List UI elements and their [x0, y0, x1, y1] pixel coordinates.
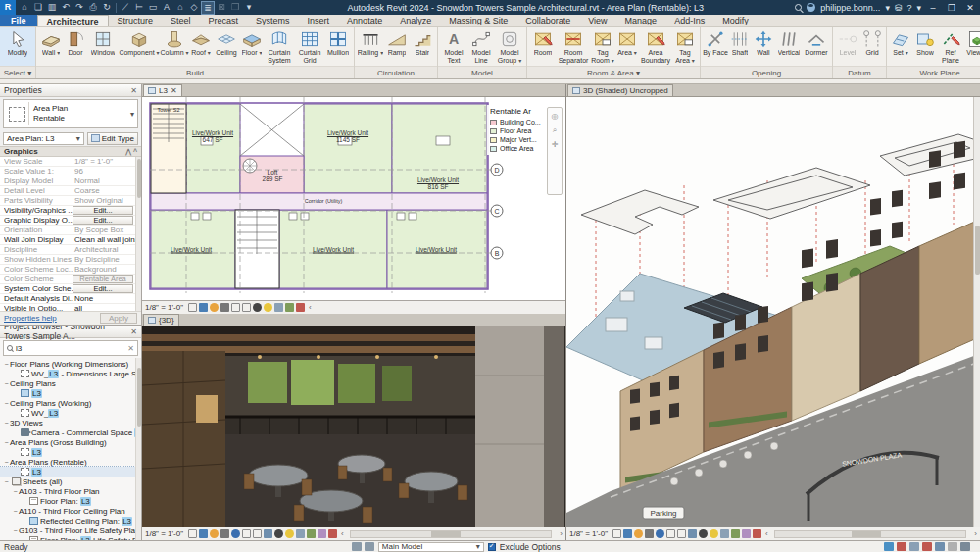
- ribbon-tab-add-ins[interactable]: Add-Ins: [665, 15, 713, 26]
- thin-lines-icon[interactable]: ≣: [201, 1, 215, 15]
- type-selector[interactable]: Area PlanRentable ▾: [3, 99, 138, 128]
- railing-button[interactable]: Railing ▾: [357, 28, 384, 66]
- properties-help-link[interactable]: Properties help: [4, 314, 57, 323]
- sun-path-icon[interactable]: [634, 529, 643, 538]
- tree-item-wv-l3-dimensions-large-scale[interactable]: WV_L3 - Dimensions Large Scale: [0, 369, 141, 378]
- graphics-section-label[interactable]: Graphics: [4, 147, 38, 156]
- properties-close-icon[interactable]: ✕: [130, 86, 137, 95]
- tree-item-3d-views[interactable]: −3D Views: [0, 418, 141, 427]
- ribbon-tab-steel[interactable]: Steel: [162, 15, 200, 26]
- render-dialog-icon[interactable]: [231, 529, 240, 538]
- expander-icon[interactable]: −: [12, 527, 19, 534]
- worksharing-display-icon[interactable]: [731, 529, 740, 538]
- interior-horizontal-scrollbar[interactable]: [350, 530, 553, 538]
- door-button[interactable]: Door: [64, 28, 87, 66]
- tree-item-l3[interactable]: L3: [0, 388, 141, 398]
- component-button[interactable]: Component ▾: [119, 28, 160, 66]
- interior-canvas[interactable]: [142, 326, 565, 527]
- room-tag[interactable]: Loft289 SF: [263, 169, 283, 182]
- select-pinned-elements-toggle[interactable]: [909, 542, 919, 551]
- visibility-graphics-edit-button[interactable]: Edit...: [73, 206, 133, 215]
- design-options-button[interactable]: [365, 542, 374, 551]
- ribbon-tab-collaborate[interactable]: Collaborate: [516, 15, 579, 26]
- shadows-icon[interactable]: [220, 529, 229, 538]
- reveal-hidden-elements-icon[interactable]: [285, 529, 294, 538]
- default-analysis-di-value[interactable]: None: [73, 294, 141, 303]
- level-button[interactable]: Level: [835, 28, 860, 66]
- scale-button[interactable]: 1/8" = 1'-0": [569, 529, 608, 538]
- ribbon-tab-modify[interactable]: Modify: [713, 15, 758, 26]
- visible-in-optio-value[interactable]: all: [73, 304, 141, 311]
- user-avatar[interactable]: [807, 3, 815, 12]
- model-group-button[interactable]: Model Group ▾: [495, 28, 524, 66]
- ribbon-tab-architecture[interactable]: Architecture: [37, 15, 109, 26]
- store-cart-icon[interactable]: ⛁: [895, 3, 903, 13]
- undo-icon[interactable]: ↶: [59, 0, 73, 15]
- expander-icon[interactable]: −: [3, 439, 10, 446]
- user-menu-caret[interactable]: ▾: [885, 3, 890, 13]
- stair-button[interactable]: Stair: [410, 28, 435, 66]
- scroll-right-icon[interactable]: ›: [974, 529, 977, 538]
- tag-area-button[interactable]: Tag Area ▾: [672, 28, 698, 66]
- visual-style-icon[interactable]: [199, 303, 208, 312]
- tree-item-area-plans-gross-building[interactable]: −Area Plans (Gross Building): [0, 437, 141, 447]
- floor-button[interactable]: Floor ▾: [240, 28, 264, 66]
- vertical-button[interactable]: Vertical: [775, 28, 803, 66]
- tag-icon[interactable]: ▭: [146, 0, 160, 15]
- tree-item-area-plans-rentable[interactable]: −Area Plans (Rentable): [0, 457, 141, 467]
- area-boundary-button[interactable]: Area Boundary: [639, 28, 672, 66]
- worksharing-display-icon[interactable]: [285, 303, 294, 312]
- open-icon[interactable]: ❏: [31, 0, 45, 15]
- show-crop-region-icon[interactable]: [242, 303, 251, 312]
- browser-search-clear-icon[interactable]: ✕: [127, 344, 134, 353]
- dormer-button[interactable]: Dormer: [803, 28, 830, 66]
- sun-path-icon[interactable]: [210, 529, 219, 538]
- type-selector-caret[interactable]: ▾: [127, 110, 137, 119]
- select-links-toggle[interactable]: [884, 542, 894, 551]
- show-button[interactable]: Show: [912, 28, 938, 66]
- visual-style-icon[interactable]: [199, 529, 208, 538]
- tree-item-l3[interactable]: L3: [0, 467, 141, 477]
- displacement-sets-icon[interactable]: [742, 529, 751, 538]
- graphic-display-o-edit-button[interactable]: Edit...: [73, 216, 133, 225]
- by-face-button[interactable]: By Face: [703, 28, 728, 66]
- ribbon-tab-analyze[interactable]: Analyze: [391, 15, 440, 26]
- exterior-view-tab[interactable]: 3D (Shaded) Uncropped: [567, 84, 673, 96]
- expander-icon[interactable]: −: [12, 488, 19, 495]
- tree-item-reflected-ceiling-plan-l3[interactable]: Reflected Ceiling Plan: L3: [0, 516, 141, 526]
- pan-icon[interactable]: ✛: [552, 140, 559, 149]
- tree-item-floor-plan-l3[interactable]: Floor Plan: L3: [0, 496, 141, 506]
- expander-icon[interactable]: −: [3, 478, 10, 485]
- interior-view-tab[interactable]: {3D}: [143, 314, 179, 326]
- room-tag[interactable]: Live/Work Unit: [416, 246, 457, 253]
- render-dialog-icon[interactable]: [656, 529, 664, 538]
- crop-region-icon[interactable]: [612, 529, 621, 538]
- ribbon-tab-structure[interactable]: Structure: [109, 15, 163, 26]
- browser-scrollbar[interactable]: [135, 358, 141, 540]
- tree-item-a110-third-floor-ceiling-plan[interactable]: −A110 - Third Floor Ceiling Plan: [0, 506, 141, 516]
- active-workset-dropdown[interactable]: Main Model▾: [378, 542, 484, 552]
- tag-room-button[interactable]: Tag Room ▾: [590, 28, 615, 66]
- text-icon[interactable]: A: [160, 0, 173, 15]
- edit-type-button[interactable]: Edit Type: [87, 132, 138, 145]
- model-line-button[interactable]: Model Line: [467, 28, 495, 66]
- shadows-icon[interactable]: [645, 529, 654, 538]
- select-elements-by-face-toggle[interactable]: [922, 542, 932, 551]
- wall-button[interactable]: Wall ▾: [38, 28, 64, 66]
- room-tag[interactable]: Live/Work Unit1145 SF: [327, 129, 368, 143]
- save-orientation-icon[interactable]: [688, 529, 697, 538]
- crop-region-icon[interactable]: [188, 529, 197, 538]
- ribbon-tab-view[interactable]: View: [579, 15, 615, 26]
- home-icon[interactable]: ⌂: [18, 0, 31, 15]
- scroll-right-icon[interactable]: ›: [560, 529, 563, 538]
- customize-qat-icon[interactable]: ▾: [242, 0, 256, 15]
- expander-icon[interactable]: −: [3, 361, 10, 368]
- crop-view-icon[interactable]: [666, 529, 675, 538]
- area-button[interactable]: Area ▾: [615, 28, 639, 66]
- room-tag[interactable]: Live/Work Unit: [313, 246, 354, 253]
- crop-view-icon[interactable]: [231, 303, 240, 312]
- displacement-sets-icon[interactable]: [318, 529, 326, 538]
- show-crop-region-icon[interactable]: [677, 529, 686, 538]
- save-icon[interactable]: ▥: [45, 0, 59, 15]
- ribbon-tab-manage[interactable]: Manage: [616, 15, 666, 26]
